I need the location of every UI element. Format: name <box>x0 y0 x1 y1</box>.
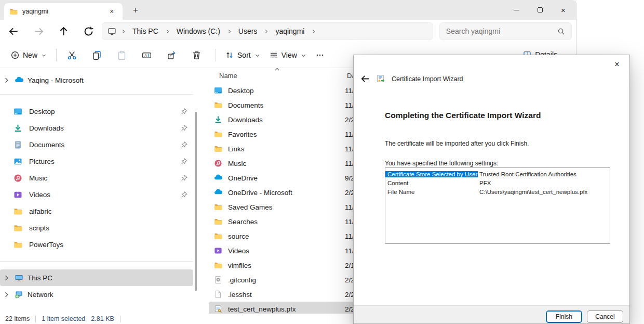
delete-button[interactable] <box>186 46 207 64</box>
certificate-icon <box>214 305 222 313</box>
breadcrumb-item[interactable]: Users <box>234 25 262 37</box>
cut-button[interactable] <box>61 46 82 64</box>
toolbar-divider <box>216 49 216 61</box>
maximize-button[interactable] <box>528 0 552 20</box>
new-tab-button[interactable]: + <box>129 4 142 17</box>
search-input[interactable] <box>446 27 557 35</box>
close-button[interactable]: × <box>552 0 575 20</box>
file-icon <box>214 290 222 299</box>
chevron-down-icon <box>301 53 306 58</box>
share-icon <box>167 50 177 60</box>
cut-icon <box>67 50 77 60</box>
explorer-tab[interactable]: yaqingmi × <box>4 3 123 20</box>
share-button[interactable] <box>161 46 182 64</box>
sidebar-item-this-pc[interactable]: This PC <box>0 269 193 286</box>
chevron-right-icon[interactable] <box>3 76 10 84</box>
file-name: Searches <box>228 218 258 226</box>
new-button[interactable]: New <box>6 47 51 63</box>
sidebar-item-label: Documents <box>29 141 64 149</box>
pin-icon <box>181 141 188 148</box>
folder-icon <box>214 145 222 153</box>
setting-row-file-name[interactable]: File NameC:\Users\yaqingmi\test_cert_new… <box>385 187 610 196</box>
sidebar-item-label: This PC <box>28 274 52 282</box>
chevron-right-icon[interactable] <box>3 274 10 282</box>
minimize-button[interactable] <box>505 0 528 20</box>
onedrive-icon <box>214 174 222 182</box>
address-bar: This PCWindows (C:)Usersyaqingmi <box>0 20 576 43</box>
dialog-footer: Finish Cancel <box>354 305 629 323</box>
file-name: OneDrive <box>228 174 258 182</box>
tab-close-icon[interactable]: × <box>106 6 117 17</box>
more-options-button[interactable] <box>311 47 329 63</box>
chevron-right-icon <box>311 29 316 34</box>
dialog-close-button[interactable]: × <box>609 58 625 71</box>
file-name: Documents <box>228 101 263 109</box>
sidebar-item-music[interactable]: Music <box>0 170 193 186</box>
file-name: Videos <box>228 247 249 255</box>
folder-icon <box>214 261 222 269</box>
view-button-label: View <box>281 51 297 59</box>
sidebar-item-scripts[interactable]: scripts <box>0 219 193 236</box>
window-controls: × <box>505 0 575 20</box>
back-icon[interactable] <box>8 26 19 37</box>
sidebar-pinned-section: DesktopDownloadsDocumentsPicturesMusicVi… <box>0 103 193 253</box>
up-icon[interactable] <box>58 26 69 37</box>
breadcrumb-item[interactable]: Windows (C:) <box>172 25 224 37</box>
file-name: .lesshst <box>228 291 252 299</box>
pin-icon <box>181 108 188 115</box>
setting-row-certificate-store-selected-by-user[interactable]: Certificate Store Selected by UserTruste… <box>385 170 610 178</box>
view-button[interactable]: View <box>265 47 311 63</box>
videos-icon <box>214 247 222 255</box>
setting-row-content[interactable]: ContentPFX <box>385 178 610 187</box>
sidebar-item-yaqing-microsoft[interactable]: Yaqing - Microsoft <box>0 72 193 88</box>
sidebar-item-videos[interactable]: Videos <box>0 186 193 203</box>
pin-icon <box>181 191 188 198</box>
chevron-down-icon <box>41 53 47 58</box>
sidebar-item-label: Network <box>28 291 53 299</box>
sidebar-item-network[interactable]: Network <box>0 286 193 303</box>
sidebar-system-section: This PCNetwork <box>0 269 193 303</box>
folder-icon <box>214 101 222 109</box>
paste-button[interactable] <box>111 46 132 64</box>
column-header-name[interactable]: Name <box>219 72 237 80</box>
selection-size: 2.81 KB <box>91 315 114 322</box>
rename-button[interactable]: A <box>136 46 157 64</box>
maximize-icon <box>538 7 543 12</box>
search-box[interactable] <box>439 22 572 40</box>
sort-button-label: Sort <box>237 51 251 59</box>
onedrive-icon <box>15 76 23 85</box>
chevron-right-icon <box>263 29 269 34</box>
sidebar-item-pictures[interactable]: Pictures <box>0 153 193 170</box>
sort-button[interactable]: Sort <box>221 47 265 63</box>
sidebar-item-downloads[interactable]: Downloads <box>0 120 193 136</box>
sidebar-item-aifabric[interactable]: aifabric <box>0 203 193 219</box>
finish-button[interactable]: Finish <box>546 310 582 323</box>
breadcrumb-item[interactable]: yaqingmi <box>271 25 308 37</box>
refresh-icon[interactable] <box>83 26 94 37</box>
svg-text:A: A <box>144 53 147 58</box>
music-icon <box>214 159 222 167</box>
sidebar-item-powertoys[interactable]: PowerToys <box>0 236 193 253</box>
pin-icon <box>181 124 188 132</box>
file-name: .gitconfig <box>228 276 256 284</box>
dialog-title: Certificate Import Wizard <box>392 75 463 83</box>
sidebar-scrollbar[interactable] <box>195 112 197 291</box>
folder-icon <box>9 7 18 16</box>
file-name: Saved Games <box>228 203 273 211</box>
trash-icon <box>192 50 202 60</box>
sidebar-item-documents[interactable]: Documents <box>0 136 193 153</box>
pin-icon <box>181 158 188 165</box>
breadcrumb-item[interactable]: This PC <box>128 25 163 37</box>
copy-icon <box>92 50 102 60</box>
folder-icon <box>14 240 22 249</box>
folder-icon <box>14 224 22 232</box>
forward-icon[interactable] <box>33 26 44 37</box>
chevron-right-icon[interactable] <box>3 291 10 299</box>
videos-icon <box>14 190 22 199</box>
certificate-wizard-icon <box>377 74 385 83</box>
folder-icon <box>214 130 222 138</box>
copy-button[interactable] <box>86 46 107 64</box>
wizard-back-icon[interactable] <box>360 74 370 84</box>
cancel-button[interactable]: Cancel <box>587 310 623 323</box>
sidebar-item-desktop[interactable]: Desktop <box>0 103 193 120</box>
